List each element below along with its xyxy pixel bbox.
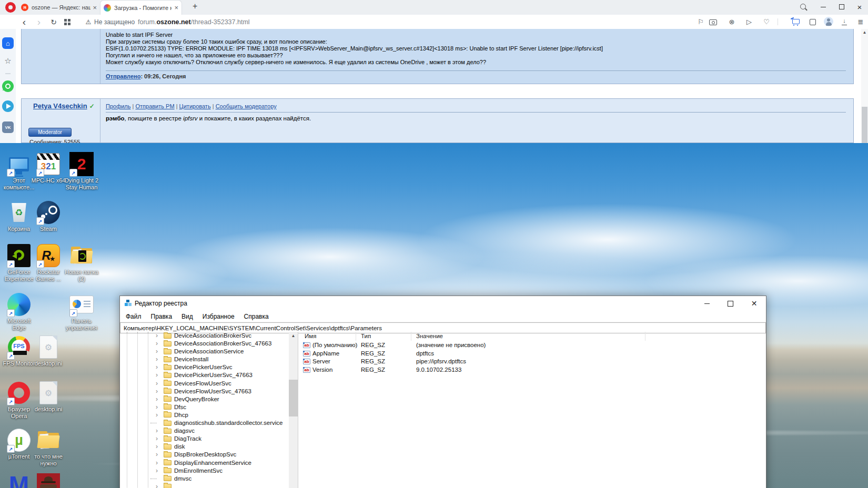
speed-dial-home-icon[interactable]: ⌂	[2, 37, 14, 49]
tree-item[interactable]: ›DeviceInstall	[120, 355, 298, 363]
desktop-icon-desktop-ini[interactable]: ⚙desktop.ini	[27, 380, 69, 413]
regedit-menu-item[interactable]: Файл	[121, 313, 146, 320]
tree-scrollbar-thumb[interactable]	[289, 380, 298, 416]
column-header[interactable]: Имя	[305, 333, 316, 339]
expand-arrow-icon[interactable]: ›	[154, 395, 160, 403]
adblock-shield-icon[interactable]: ⊗	[726, 15, 737, 29]
shopping-cart-icon[interactable]	[792, 19, 800, 24]
easy-setup-icon[interactable]: ≣	[855, 15, 866, 29]
opera-logo-icon[interactable]	[5, 2, 16, 13]
desktop-icon-desktop-ini[interactable]: ⚙desktop.ini	[27, 334, 69, 367]
registry-value-row[interactable]: abVersionREG_SZ9.0.10702.25133	[299, 366, 766, 374]
expand-arrow-icon[interactable]: ›	[154, 467, 160, 475]
forward-button[interactable]: ›	[34, 15, 44, 29]
send-icon[interactable]: ▷	[744, 15, 754, 29]
browser-minimize-button[interactable]	[814, 0, 832, 14]
expand-arrow-icon[interactable]: ›	[154, 411, 160, 419]
expand-arrow-icon[interactable]: ›	[154, 435, 160, 443]
expand-arrow-icon[interactable]: ›	[154, 355, 160, 363]
regedit-menu-item[interactable]: Правка	[146, 313, 177, 320]
vk-icon[interactable]: VK	[2, 121, 14, 133]
tree-scrollbar[interactable]: ▲	[289, 332, 298, 488]
security-label[interactable]: Не защищено	[94, 15, 135, 29]
tree-item[interactable]: ›Dhcp	[120, 411, 298, 419]
tree-scroll-up-icon[interactable]: ▲	[289, 332, 298, 340]
expand-arrow-icon[interactable]: ›	[154, 363, 160, 371]
extensions-cube-icon[interactable]	[810, 19, 816, 25]
tree-item[interactable]: ›DmEnrollmentSvc	[120, 467, 298, 475]
expand-arrow-icon[interactable]: ›	[154, 340, 160, 348]
post2-link[interactable]: Отправить PM	[135, 103, 174, 109]
page-scrollbar-thumb[interactable]	[862, 107, 867, 143]
tree-item[interactable]: ›DeviceAssociationService	[120, 348, 298, 355]
bookmark-heart-icon[interactable]: ♡	[761, 15, 772, 29]
browser-restore-button[interactable]	[833, 0, 851, 14]
scroll-up-arrow-icon[interactable]: ▲	[861, 30, 868, 35]
tree-item[interactable]: ›diagsvc	[120, 427, 298, 435]
tree-item[interactable]: ›DeviceAssociationBrokerSvc_47663	[120, 340, 298, 348]
pin-flag-icon[interactable]: ⚐	[695, 15, 706, 29]
regedit-maximize-button[interactable]	[719, 296, 742, 311]
expand-arrow-icon[interactable]: ›	[154, 459, 160, 467]
registry-value-row[interactable]: ab(По умолчанию)REG_SZ(значение не присв…	[299, 341, 766, 350]
expand-arrow-icon[interactable]: ›	[154, 483, 160, 488]
desktop-icon-dying-light-2[interactable]: 2↗Dying Light 2Stay Human	[60, 151, 103, 191]
whatsapp-icon[interactable]	[2, 80, 14, 92]
desktop-icon-edge[interactable]: ↗MicrosoftEdge	[0, 292, 40, 331]
expand-arrow-icon[interactable]: ›	[154, 380, 160, 388]
registry-value-row[interactable]: abServerREG_SZpipe://ipfsrv.dptftcs	[299, 358, 766, 366]
tree-item[interactable]: ›DiagTrack	[120, 435, 298, 443]
reload-button[interactable]: ↻	[48, 15, 59, 29]
address-bar[interactable]: forum.oszone.net/thread-352337.html	[138, 15, 250, 29]
tree-item[interactable]: ›	[120, 483, 298, 488]
tree-item[interactable]: dmvsc	[120, 475, 298, 483]
tree-item[interactable]: ›DevicePickerUserSvc	[120, 363, 298, 371]
search-icon[interactable]	[800, 4, 806, 9]
expand-arrow-icon[interactable]: ›	[154, 427, 160, 435]
browser-tab[interactable]: Загрузка - Помогите найт×	[100, 0, 182, 15]
tree-item[interactable]: ›DevQueryBroker	[120, 395, 298, 403]
warning-icon[interactable]: ⚠	[84, 15, 93, 29]
tab-close-icon[interactable]: ×	[93, 4, 97, 12]
regedit-menu-item[interactable]: Вид	[177, 313, 198, 320]
expand-arrow-icon[interactable]: ›	[154, 332, 160, 340]
back-button[interactable]: ‹	[19, 15, 29, 29]
browser-close-button[interactable]: ×	[851, 0, 868, 14]
desktop-icon-rdr2[interactable]	[27, 472, 69, 488]
desktop-icon-control-panel[interactable]: ↗Панельуправления	[60, 292, 103, 331]
sent-link[interactable]: Отправлено	[106, 73, 140, 79]
post2-username-link[interactable]: Petya V4sechkin✓	[33, 102, 95, 110]
tree-item[interactable]: ›DeviceAssociationBrokerSvc	[120, 332, 298, 340]
tree-item[interactable]: ›disk	[120, 443, 298, 451]
tree-item[interactable]: diagnosticshub.standardcollector.service	[120, 419, 298, 427]
snapshot-camera-icon[interactable]	[709, 19, 717, 25]
browser-tab[interactable]: Яoszone — Яндекс: нашлос×	[18, 0, 100, 15]
expand-arrow-icon[interactable]: ›	[154, 403, 160, 411]
regedit-menu-item[interactable]: Избранное	[198, 313, 239, 320]
column-header[interactable]: Значение	[416, 333, 443, 339]
tree-item[interactable]: ›DevicesFlowUserSvc_47663	[120, 388, 298, 395]
tree-item[interactable]: ›Dfsc	[120, 403, 298, 411]
page-scrollbar[interactable]: ▲	[861, 29, 868, 143]
new-tab-button[interactable]: +	[193, 2, 197, 11]
regedit-minimize-button[interactable]	[695, 296, 719, 311]
tree-item[interactable]: ›DevicePickerUserSvc_47663	[120, 371, 298, 379]
desktop-icon-steam[interactable]: ↗Steam	[27, 200, 69, 232]
tab-tiles-icon[interactable]	[64, 19, 67, 22]
downloads-icon[interactable]: ↓	[841, 18, 847, 24]
expand-arrow-icon[interactable]: ›	[154, 371, 160, 379]
column-header[interactable]: Тип	[361, 333, 371, 339]
registry-value-row[interactable]: abAppNameREG_SZdptftcs	[299, 350, 766, 358]
profile-avatar-icon[interactable]	[824, 17, 833, 26]
expand-arrow-icon[interactable]: ›	[154, 348, 160, 355]
bookmarks-star-icon[interactable]: ☆	[2, 55, 14, 67]
post2-link[interactable]: Профиль	[106, 103, 131, 109]
desktop-icon-folder[interactable]: то что мненужно	[27, 428, 69, 467]
expand-arrow-icon[interactable]: ›	[154, 388, 160, 395]
regedit-title-bar[interactable]: Редактор реестра ✕	[120, 296, 766, 311]
post2-link[interactable]: Цитировать	[179, 103, 211, 109]
regedit-close-button[interactable]: ✕	[742, 296, 766, 311]
desktop-icon-new-folder[interactable]: Новая папка(2)	[60, 243, 103, 282]
tab-close-icon[interactable]: ×	[174, 4, 178, 12]
tree-item[interactable]: ›DisplayEnhancementService	[120, 459, 298, 467]
